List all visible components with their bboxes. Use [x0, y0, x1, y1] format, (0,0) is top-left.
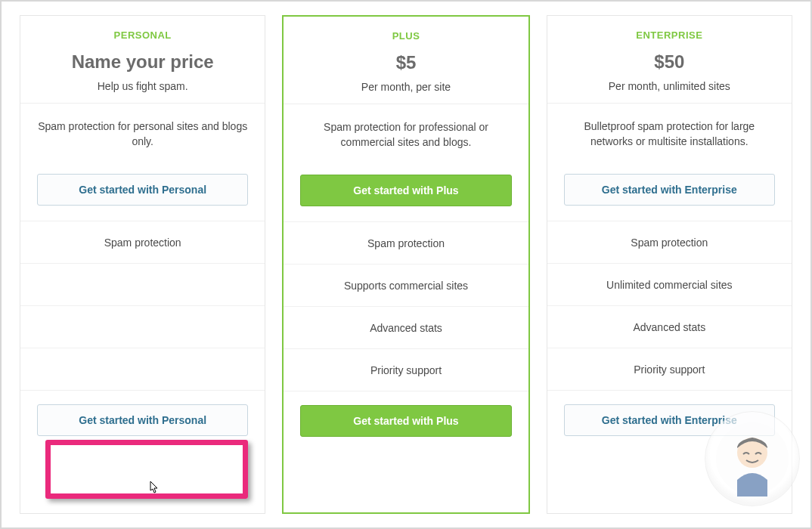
plan-cta-row: Get started with Personal: [20, 168, 265, 221]
feature-item: Advanced stats: [547, 305, 792, 348]
plan-name: PERSONAL: [34, 29, 251, 41]
feature-item: Spam protection: [20, 221, 265, 263]
feature-item: Supports commercial sites: [284, 264, 528, 306]
plan-description: Spam protection for personal sites and b…: [20, 103, 265, 168]
plan-header: ENTERPRISE $50 Per month, unlimited site…: [547, 16, 792, 103]
avatar-widget[interactable]: [705, 411, 800, 506]
plan-name: PLUS: [297, 30, 514, 42]
feature-item: Priority support: [284, 348, 528, 391]
plan-price: $5: [297, 52, 514, 73]
get-started-enterprise-button[interactable]: Get started with Enterprise: [564, 174, 775, 206]
plan-cta-row-bottom: Get started with Plus: [284, 391, 528, 450]
feature-item: Spam protection: [284, 221, 528, 264]
plan-price: Name your price: [34, 51, 251, 73]
feature-item: [20, 348, 265, 390]
get-started-personal-button-bottom[interactable]: Get started with Personal: [37, 404, 248, 436]
plan-personal: PERSONAL Name your price Help us fight s…: [20, 15, 265, 514]
plan-subtitle: Per month, per site: [297, 81, 514, 93]
plan-header: PERSONAL Name your price Help us fight s…: [20, 16, 265, 103]
plan-price: $50: [561, 51, 778, 73]
feature-item: Advanced stats: [284, 306, 528, 348]
get-started-personal-button[interactable]: Get started with Personal: [37, 174, 248, 206]
plan-subtitle: Per month, unlimited sites: [561, 80, 778, 92]
feature-item: Spam protection: [547, 221, 792, 263]
feature-item: [20, 305, 265, 348]
feature-item: Unlimited commercial sites: [547, 263, 792, 305]
plan-description: Bulletproof spam protection for large ne…: [547, 103, 792, 168]
get-started-plus-button[interactable]: Get started with Plus: [300, 175, 511, 206]
plan-subtitle: Help us fight spam.: [34, 80, 251, 92]
plan-cta-row: Get started with Enterprise: [547, 168, 792, 221]
plan-features: Spam protection Supports commercial site…: [284, 221, 528, 391]
plan-description: Spam protection for professional or comm…: [284, 104, 528, 169]
plan-cta-row: Get started with Plus: [284, 169, 528, 221]
plan-name: ENTERPRISE: [561, 29, 778, 41]
pricing-columns: PERSONAL Name your price Help us fight s…: [20, 15, 792, 514]
feature-item: Priority support: [547, 348, 792, 390]
get-started-plus-button-bottom[interactable]: Get started with Plus: [300, 405, 511, 437]
feature-item: [20, 263, 265, 305]
plan-plus: PLUS $5 Per month, per site Spam protect…: [282, 15, 529, 514]
pricing-page: PERSONAL Name your price Help us fight s…: [0, 0, 812, 529]
plan-features: Spam protection Unlimited commercial sit…: [547, 221, 792, 390]
plan-cta-row-bottom: Get started with Personal: [20, 390, 265, 450]
plan-features: Spam protection: [20, 221, 265, 390]
plan-header: PLUS $5 Per month, per site: [284, 17, 528, 104]
